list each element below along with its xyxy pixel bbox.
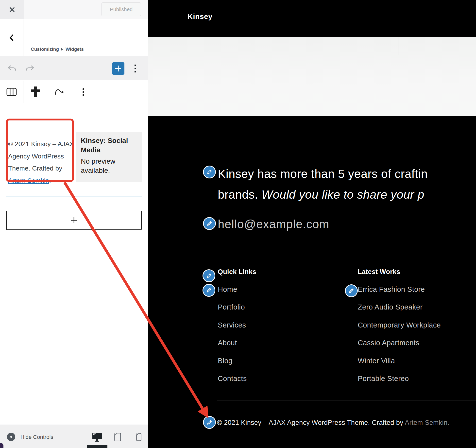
footer-headline-line1: Kinsey has more than 5 years of craftin: [218, 168, 428, 180]
collapse-sidebar-button[interactable]: [7, 433, 15, 441]
widget-copyright-text: © 2021 Kinsey – AJAX Agency WordPress Th…: [8, 140, 74, 172]
pencil-icon: [348, 288, 355, 294]
content-column-divider: [398, 37, 398, 55]
drag-icon: [31, 86, 40, 98]
toolbar-options-button[interactable]: [135, 65, 136, 72]
footer-copyright: © 2021 Kinsey – AJAX Agency WordPress Th…: [217, 419, 449, 427]
drag-handle[interactable]: [23, 81, 47, 103]
footer-divider-bottom: [217, 400, 476, 400]
footer-link[interactable]: Portable Stereo: [358, 375, 441, 392]
columns-block-icon: [6, 87, 17, 96]
move-to-button[interactable]: [47, 81, 72, 103]
copyright-author: Artem Semkin.: [405, 419, 449, 426]
page-content-strip: [148, 37, 476, 116]
kebab-menu-icon: [83, 88, 84, 96]
pencil-icon: [206, 220, 213, 227]
undo-button[interactable]: [7, 65, 17, 73]
plus-icon: [70, 216, 78, 224]
footer-link[interactable]: Winter Villa: [358, 357, 441, 375]
footer-link[interactable]: Zero Audio Speaker: [358, 303, 441, 321]
headline-italic: Would you like to share your p: [261, 188, 424, 201]
customizer-screen: Published Customizing Widgets Footer: Bo…: [0, 0, 476, 448]
add-widget-button[interactable]: [6, 211, 142, 230]
block-toolbar: [0, 81, 148, 103]
edit-shortcut-headline[interactable]: [203, 166, 216, 178]
redo-icon: [25, 65, 34, 72]
collapse-arrow-icon: [10, 435, 12, 439]
chevron-left-icon: [8, 34, 15, 42]
close-customizer-button[interactable]: [0, 0, 24, 19]
pencil-icon: [206, 419, 213, 426]
latest-works-list: Errica Fashion StoreZero Audio SpeakerCo…: [358, 285, 441, 392]
footer-link[interactable]: Contemporary Workplace: [358, 321, 441, 339]
quick-links-list: HomePortfolioServicesAboutBlogContacts: [218, 285, 247, 392]
add-block-button[interactable]: [112, 62, 124, 75]
edit-shortcut-email[interactable]: [203, 217, 216, 230]
block-type-button[interactable]: [0, 81, 23, 103]
pencil-icon: [206, 287, 212, 293]
pencil-icon: [206, 169, 213, 175]
footer-link[interactable]: About: [218, 339, 247, 357]
site-header: Kinsey: [148, 0, 476, 37]
admin-corner-decoration: [0, 443, 3, 448]
legacy-widget-block[interactable]: Kinsey: Social Media No preview availabl…: [76, 132, 142, 182]
footer-headline-line2: brands. Would you like to share your p: [218, 188, 424, 201]
block-options-button[interactable]: [72, 81, 95, 103]
pencil-icon: [206, 273, 212, 279]
footer-link[interactable]: Blog: [218, 357, 247, 375]
footer-copyright-paragraph-widget[interactable]: © 2021 Kinsey – AJAX Agency WordPress Th…: [8, 138, 75, 187]
breadcrumb: Customizing Widgets: [31, 47, 84, 52]
hide-controls-label[interactable]: Hide Controls: [20, 434, 53, 440]
footer-divider-top: [217, 253, 476, 253]
preview-tablet-button[interactable]: [114, 433, 121, 442]
plus-icon: [115, 65, 122, 72]
site-logo[interactable]: Kinsey: [187, 12, 212, 21]
back-button[interactable]: [0, 19, 23, 56]
legacy-widget-title: Kinsey: Social Media: [81, 136, 139, 155]
copyright-main: © 2021 Kinsey – AJAX Agency WordPress Th…: [217, 419, 405, 426]
latest-works-heading: Latest Works: [358, 268, 400, 276]
headline-regular: brands.: [218, 188, 261, 201]
breadcrumb-arrow-icon: [61, 48, 63, 51]
undo-icon: [7, 65, 17, 72]
active-device-indicator: [87, 445, 107, 448]
footer-email-link[interactable]: hello@example.com: [218, 217, 329, 231]
breadcrumb-level1: Customizing: [31, 47, 59, 52]
close-icon: [9, 7, 15, 13]
legacy-widget-body: No preview available.: [81, 157, 139, 175]
footer-link[interactable]: Home: [218, 285, 247, 303]
edit-shortcut-copyright[interactable]: [203, 416, 216, 429]
kebab-menu-icon: [135, 65, 136, 66]
published-button[interactable]: Published: [102, 2, 141, 16]
site-preview: Kinsey Kinsey has more than 5 years of c…: [148, 0, 476, 448]
edit-shortcut-latest-works[interactable]: [345, 284, 358, 297]
edit-shortcut-menu[interactable]: [203, 284, 215, 297]
footer-link[interactable]: Contacts: [218, 375, 247, 392]
footer-link[interactable]: Portfolio: [218, 303, 247, 321]
customizer-panel: Published Customizing Widgets Footer: Bo…: [0, 0, 148, 448]
desktop-icon: [92, 433, 102, 442]
footer-link[interactable]: Cassio Apartments: [358, 339, 441, 357]
preview-desktop-button[interactable]: [92, 433, 102, 443]
edit-shortcut-quick-links[interactable]: [203, 269, 215, 282]
widget-author-link[interactable]: Artem Semkin: [8, 177, 49, 184]
quick-links-heading: Quick LInks: [218, 268, 256, 276]
editor-toolbar: [0, 56, 148, 80]
footer-link[interactable]: Services: [218, 321, 247, 339]
redo-button[interactable]: [25, 65, 34, 73]
preview-mobile-button[interactable]: [136, 433, 141, 442]
breadcrumb-level2: Widgets: [66, 47, 84, 52]
customizer-header: Published: [0, 0, 148, 19]
mobile-icon: [136, 433, 141, 441]
widget-copyright-suffix: .: [49, 177, 51, 184]
section-header: Customizing Widgets Footer: Bottom Area: [0, 19, 148, 56]
footer-link[interactable]: Errica Fashion Store: [358, 285, 441, 303]
tablet-icon: [114, 433, 121, 441]
selected-columns-block[interactable]: © 2021 Kinsey – AJAX Agency WordPress Th…: [6, 118, 142, 196]
move-to-icon: [54, 88, 65, 96]
